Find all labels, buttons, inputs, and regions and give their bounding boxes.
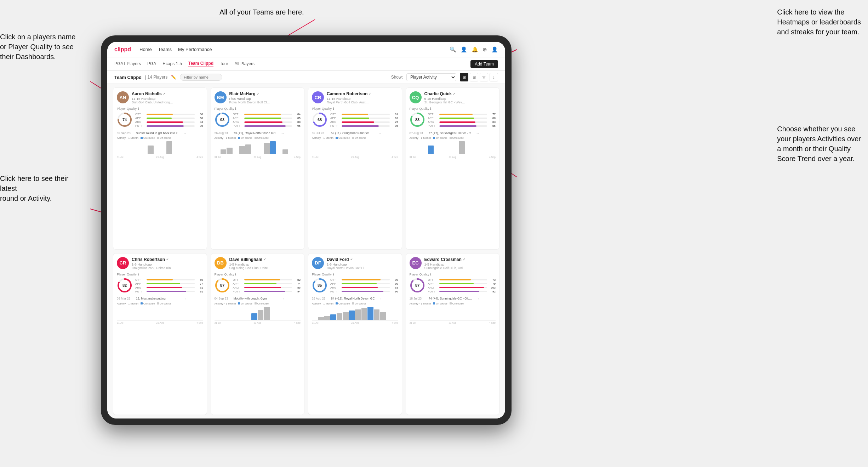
subnav: PGAT Players PGA Hcaps 1-5 Team Clippd T…	[107, 57, 505, 71]
off-course-label: Off course	[160, 302, 171, 305]
on-course-dot	[336, 302, 338, 304]
search-icon[interactable]: 🔍	[450, 46, 456, 53]
activity-chart	[215, 141, 301, 155]
quality-circle[interactable]: 68	[312, 112, 327, 129]
player-club: Craigmillar Park, United Kingdom	[132, 266, 174, 270]
player-handicap: 11-15 Handicap	[132, 97, 203, 101]
edit-icon[interactable]: ✏️	[171, 75, 176, 80]
tab-pgat-players[interactable]: PGAT Players	[114, 61, 141, 67]
player-name[interactable]: David Ford ✓	[327, 257, 398, 262]
off-course-label: Off course	[355, 302, 366, 305]
on-course-label: On course	[241, 137, 252, 139]
filter-icon[interactable]: ▽	[480, 73, 488, 81]
player-club: Sag Maing Golf Club, United Kingdom	[229, 266, 272, 270]
last-round-text: Sunset round to get back into it, F...	[136, 131, 182, 135]
grid-large-icon[interactable]: ⊞	[460, 73, 468, 81]
notifications-icon[interactable]: 🔔	[472, 46, 478, 53]
quality-row: 83 OTT 77 APP 80 ARG 83 PUTT 86	[410, 112, 496, 129]
ipad-screen: clippd Home Teams My Performance 🔍 👤 🔔 ⊕…	[107, 42, 505, 418]
quality-circle[interactable]: 74	[117, 112, 132, 129]
player-card[interactable]: EC Edward Crossman ✓ 1-5 Handicap Sunnin…	[406, 253, 500, 415]
player-handicap: 1-5 Handicap	[229, 262, 301, 266]
last-round: 03 Mar 23 19, Must make putting →	[117, 297, 203, 301]
quality-circle[interactable]: 87	[215, 278, 230, 295]
tab-team-clippd[interactable]: Team Clippd	[188, 61, 213, 67]
chart-label: 31 Jul	[117, 321, 124, 324]
player-card[interactable]: CR Chris Robertson ✓ 1-5 Handicap Craigm…	[113, 253, 207, 415]
last-round-arrow[interactable]: →	[281, 131, 285, 135]
player-name[interactable]: Aaron Nicholls ✓	[132, 91, 203, 96]
annotation-3: Click here to view the Heatmaps or leade…	[777, 7, 861, 37]
player-name[interactable]: Charlie Quick ✓	[424, 91, 496, 96]
user-avatar-icon[interactable]: 👤	[491, 46, 498, 53]
tab-pga[interactable]: PGA	[147, 61, 156, 67]
player-avatar: EC	[410, 257, 422, 269]
activity-chart	[410, 307, 496, 321]
chart-label: 21 Aug	[254, 321, 262, 324]
last-round-arrow[interactable]: →	[183, 131, 187, 135]
player-avatar: DF	[312, 257, 324, 269]
player-name[interactable]: Chris Robertson ✓	[132, 257, 203, 262]
player-handicap: 1-5 Handicap	[132, 262, 203, 266]
verified-icon: ✓	[463, 258, 466, 261]
chart-label: 21 Aug	[156, 156, 164, 158]
player-header: BM Blair McHarg ✓ Plus Handicap Royal No…	[215, 91, 301, 104]
player-card[interactable]: CQ Charlie Quick ✓ 6-10 Handicap St. Geo…	[406, 87, 500, 250]
chart-labels: 31 Jul21 Aug4 Sep	[215, 321, 301, 324]
search-input[interactable]	[180, 74, 222, 81]
last-round-arrow[interactable]: →	[378, 297, 382, 301]
settings-icon[interactable]: ⊕	[482, 46, 487, 53]
nav-my-performance[interactable]: My Performance	[178, 47, 212, 52]
quality-circle[interactable]: 85	[312, 278, 327, 295]
quality-circle[interactable]: 87	[410, 278, 425, 295]
player-handicap: 11-15 Handicap	[327, 97, 398, 101]
last-round-text: 77 (+7), St George's Hill GC - Red...	[429, 131, 475, 135]
player-card[interactable]: AN Aaron Nicholls ✓ 11-15 Handicap Drift…	[113, 87, 207, 250]
grid-small-icon[interactable]: ⊟	[470, 73, 478, 81]
quality-circle[interactable]: 82	[117, 278, 132, 295]
last-round-date: 26 Aug 23	[312, 297, 330, 300]
add-team-button[interactable]: Add Team	[470, 60, 498, 68]
annotation-4: Choose whether you see your players Acti…	[777, 124, 861, 164]
annotation-2: Click here to see their latest round or …	[0, 173, 85, 203]
player-card[interactable]: DF David Ford ✓ 1-5 Handicap Royal North…	[308, 253, 402, 415]
tab-tour[interactable]: Tour	[220, 61, 228, 67]
nav-home[interactable]: Home	[139, 47, 152, 52]
player-card[interactable]: BM Blair McHarg ✓ Plus Handicap Royal No…	[211, 87, 305, 250]
verified-icon: ✓	[453, 92, 456, 96]
activity-chart	[215, 307, 301, 321]
last-round-arrow[interactable]: →	[183, 297, 187, 301]
player-name[interactable]: Cameron Robertson ✓	[327, 91, 398, 96]
last-round: 02 Sep 23 Sunset round to get back into …	[117, 131, 203, 135]
quality-circle[interactable]: 93	[215, 112, 230, 129]
player-club: Drift Golf Club, United Kingdom	[132, 101, 174, 104]
player-card[interactable]: DB Dave Billingham ✓ 1-5 Handicap Sag Ma…	[211, 253, 305, 415]
player-club: St. George's Hill GC - Weybridge - Surre…	[424, 101, 467, 104]
off-course-dot	[157, 137, 159, 139]
quality-row: 85 OTT 89 APP 80 ARG 83 PUTT 96	[312, 278, 398, 295]
last-round-arrow[interactable]: →	[476, 297, 480, 301]
last-round: 18 Jul 23 74 (+4), Sunningdale GC - Old.…	[410, 297, 496, 301]
last-round-arrow[interactable]: →	[281, 297, 285, 301]
verified-icon: ✓	[263, 258, 266, 261]
on-course-dot	[433, 137, 435, 139]
sort-icon[interactable]: ↕	[490, 73, 498, 81]
annotation-1: Click on a players name or Player Qualit…	[0, 32, 75, 62]
off-course-label: Off course	[160, 137, 171, 139]
player-name[interactable]: Edward Crossman ✓	[424, 257, 496, 262]
profile-icon[interactable]: 👤	[461, 46, 467, 53]
nav-teams[interactable]: Teams	[158, 47, 172, 52]
tab-all-players[interactable]: All Players	[234, 61, 255, 67]
off-course-label: Off course	[452, 302, 464, 305]
show-select[interactable]: Player Activity Quality Score Trend	[406, 73, 456, 81]
quality-circle[interactable]: 83	[410, 112, 425, 129]
tab-hcaps[interactable]: Hcaps 1-5	[162, 61, 182, 67]
chart-labels: 31 Jul21 Aug4 Sep	[312, 156, 398, 158]
player-name[interactable]: Dave Billingham ✓	[229, 257, 301, 262]
last-round-text: 73 (+1), Royal North Devon GC	[234, 131, 280, 135]
player-name[interactable]: Blair McHarg ✓	[229, 91, 301, 96]
last-round-arrow[interactable]: →	[476, 131, 480, 135]
last-round-arrow[interactable]: →	[378, 131, 382, 135]
player-card[interactable]: CR Cameron Robertson ✓ 11-15 Handicap Ro…	[308, 87, 402, 250]
quality-row: 68 OTT 61 APP 63 ARG 75 PUTT 85	[312, 112, 398, 129]
